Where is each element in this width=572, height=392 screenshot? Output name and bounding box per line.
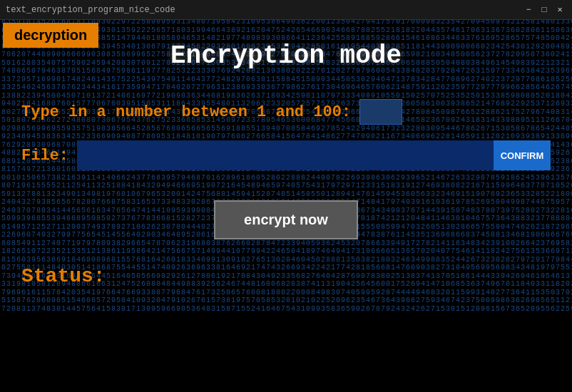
status-label: Status: [21,265,106,287]
number-input[interactable] [359,99,402,125]
form-area: Type in a number between 1 and 100: File… [0,99,572,186]
encrypt-button[interactable]: encrypt now [214,200,358,239]
file-row: File: CONFIRM [21,140,551,170]
title-bar: text_encryption_program_nice_code − □ ✕ [0,0,572,20]
maximize-button[interactable]: □ [538,4,551,16]
page-title: Encryption mode [170,41,402,71]
confirm-button[interactable]: CONFIRM [494,140,551,170]
main-content: decryption Encryption mode Type in a num… [0,20,572,392]
status-row: Status: [0,265,572,287]
number-label: Type in a number between 1 and 100: [21,103,351,121]
file-input[interactable] [77,140,494,170]
close-button[interactable]: ✕ [553,4,566,16]
decryption-button[interactable]: decryption [3,23,98,48]
number-row: Type in a number between 1 and 100: [21,99,551,125]
title-bar-text: text_encryption_program_nice_code [6,5,519,15]
file-label: File: [21,147,68,165]
minimize-button[interactable]: − [522,4,535,16]
